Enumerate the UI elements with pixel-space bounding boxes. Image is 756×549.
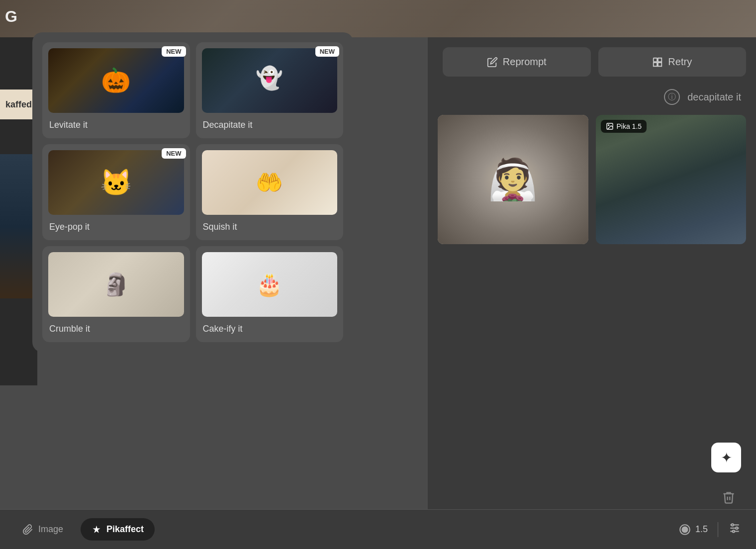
app-logo: G: [5, 7, 17, 26]
svg-point-7: [736, 527, 738, 529]
squish-label: Squish it: [202, 220, 338, 234]
new-badge-eyepop: NEW: [162, 148, 186, 159]
effect-card-squish[interactable]: Squish it: [196, 144, 344, 240]
hallway-visual: [596, 115, 747, 244]
left-side-image: [0, 154, 37, 298]
retry-icon: [652, 57, 663, 68]
prompt-text: decapitate it: [687, 92, 741, 103]
model-version-selector[interactable]: 1.5: [678, 523, 708, 536]
sparkle-icon: [92, 525, 101, 535]
info-icon[interactable]: ⓘ: [664, 89, 680, 105]
sliders-icon: [728, 522, 741, 535]
kaffed-label: kaffed: [0, 90, 37, 119]
info-row: ⓘ decapitate it: [438, 89, 746, 105]
hallway-image[interactable]: Pika 1.5: [596, 115, 747, 244]
eyepop-label: Eye-pop it: [48, 220, 184, 234]
image-icon: [606, 122, 614, 130]
eyepop-thumb: [48, 150, 184, 215]
pika-version-badge: Pika 1.5: [601, 120, 647, 133]
decapitate-thumb: [202, 48, 338, 113]
reprompt-icon: [487, 57, 498, 68]
pikaffect-label: Pikaffect: [106, 524, 144, 535]
trash-icon: [722, 490, 736, 504]
model-icon: [678, 523, 691, 536]
right-panel: Reprompt Retry ⓘ decapitate it 👰: [428, 37, 756, 549]
svg-rect-0: [654, 58, 657, 61]
svg-point-8: [733, 530, 735, 532]
levitate-label: Levitate it: [48, 118, 184, 132]
cakeify-thumb: [202, 252, 338, 317]
crumble-thumb: [48, 252, 184, 317]
reprompt-button[interactable]: Reprompt: [443, 47, 591, 77]
bg-top-strip: [0, 0, 756, 37]
effect-card-cakeify[interactable]: Cake-ify it: [196, 246, 344, 342]
effect-card-eyepop[interactable]: NEW Eye-pop it: [42, 144, 190, 240]
new-badge-decapitate: NEW: [315, 46, 339, 57]
settings-icon[interactable]: [728, 522, 741, 538]
svg-point-6: [732, 524, 734, 526]
toolbar-left-section: Image Pikaffect: [15, 518, 155, 541]
new-badge-levitate: NEW: [162, 46, 186, 57]
bottom-toolbar: Image Pikaffect 1.5: [0, 509, 756, 549]
delete-button[interactable]: [716, 485, 741, 510]
image-button[interactable]: Image: [15, 519, 71, 540]
toolbar-right-section: 1.5: [678, 522, 741, 538]
reprompt-label: Reprompt: [503, 56, 547, 68]
retry-label: Retry: [668, 56, 692, 68]
image-label: Image: [38, 524, 63, 535]
effect-card-crumble[interactable]: Crumble it: [42, 246, 190, 342]
pikaffect-button[interactable]: Pikaffect: [81, 518, 155, 541]
version-number: 1.5: [695, 524, 708, 535]
toolbar-divider: [718, 522, 718, 537]
svg-point-2: [608, 125, 609, 126]
retry-button[interactable]: Retry: [598, 47, 747, 77]
effect-card-decapitate[interactable]: NEW Decapitate it: [196, 42, 344, 138]
levitate-thumb: [48, 48, 184, 113]
crumble-label: Crumble it: [48, 322, 184, 336]
paperclip-icon: [22, 524, 33, 535]
pika-badge-label: Pika 1.5: [617, 122, 642, 130]
pikaffect-popup: NEW Levitate it NEW Decapitate it NEW Ey…: [32, 32, 353, 352]
effects-grid: NEW Levitate it NEW Decapitate it NEW Ey…: [42, 42, 343, 342]
bride-image[interactable]: 👰: [438, 115, 588, 244]
decapitate-label: Decapitate it: [202, 118, 338, 132]
cakeify-label: Cake-ify it: [202, 322, 338, 336]
action-buttons-row: Reprompt Retry: [443, 47, 746, 77]
right-images-grid: 👰 Pika 1.5: [438, 115, 746, 244]
bride-face-visual: 👰: [438, 115, 588, 244]
effect-card-levitate[interactable]: NEW Levitate it: [42, 42, 190, 138]
squish-thumb: [202, 150, 338, 215]
add-action-button[interactable]: ✦: [711, 443, 741, 472]
